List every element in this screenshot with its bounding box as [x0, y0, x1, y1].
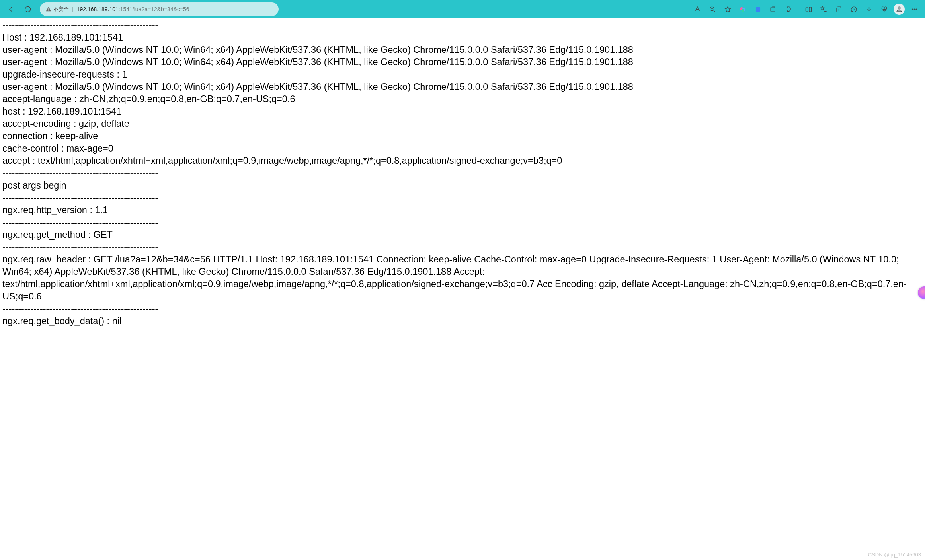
address-bar[interactable]: 不安全 | 192.168.189.101:1541/lua?a=12&b=34…: [40, 2, 279, 16]
read-aloud-button[interactable]: [691, 2, 704, 16]
svg-point-12: [912, 9, 913, 10]
performance-button[interactable]: [877, 2, 891, 16]
split-screen-button[interactable]: [802, 2, 815, 16]
collections-icon: [835, 6, 843, 13]
url-host: 192.168.189.101: [77, 6, 119, 12]
heartbeat-icon: [880, 6, 888, 13]
collections-button[interactable]: [832, 2, 845, 16]
content-line: user-agent : Mozilla/5.0 (Windows NT 10.…: [2, 44, 923, 56]
star-icon: [724, 6, 732, 13]
person-icon: [896, 6, 903, 13]
favorite-button[interactable]: [721, 2, 734, 16]
download-icon: [865, 6, 873, 13]
content-line: ----------------------------------------…: [2, 167, 923, 179]
arrow-left-icon: [7, 5, 15, 13]
zoom-button[interactable]: [706, 2, 719, 16]
more-button[interactable]: [907, 2, 921, 16]
url-path: :1541/lua?a=12&b=34&c=56: [119, 6, 189, 12]
history-button[interactable]: [847, 2, 861, 16]
content-line: accept-language : zh-CN,zh;q=0.9,en;q=0.…: [2, 93, 923, 105]
content-line: host : 192.168.189.101:1541: [2, 105, 923, 118]
star-lines-icon: [820, 6, 827, 13]
content-line: ngx.req.get_body_data() : nil: [2, 315, 923, 327]
warning-triangle-icon: [45, 6, 52, 12]
avatar: [894, 4, 905, 15]
magnifier-plus-icon: [709, 6, 716, 13]
coupon-button[interactable]: [751, 2, 765, 16]
svg-rect-7: [771, 7, 775, 11]
svg-rect-1: [48, 10, 49, 10]
content-line: cache-control : max-age=0: [2, 142, 923, 155]
puzzle-icon: [784, 6, 792, 13]
coupon-icon: [754, 6, 762, 13]
url-text: 192.168.189.101:1541/lua?a=12&b=34&c=56: [77, 6, 189, 12]
content-line: ----------------------------------------…: [2, 19, 923, 31]
more-horizontal-icon: [911, 6, 918, 13]
content-line: ----------------------------------------…: [2, 241, 923, 253]
content-line: post args begin: [2, 179, 923, 192]
screenshot-icon: [769, 6, 777, 13]
extensions-button[interactable]: [781, 2, 795, 16]
read-aloud-icon: [694, 6, 701, 13]
profile-button[interactable]: [892, 2, 906, 16]
content-line: ngx.req.http_version : 1.1: [2, 204, 923, 216]
svg-point-11: [898, 7, 900, 9]
content-line: upgrade-insecure-requests : 1: [2, 68, 923, 81]
split-screen-icon: [805, 6, 812, 13]
content-line: ngx.req.get_method : GET: [2, 229, 923, 241]
copilot-button[interactable]: [736, 2, 749, 16]
content-line: accept : text/html,application/xhtml+xml…: [2, 155, 923, 167]
content-line: user-agent : Mozilla/5.0 (Windows NT 10.…: [2, 56, 923, 68]
back-button[interactable]: [4, 2, 18, 16]
svg-rect-8: [806, 7, 808, 11]
copilot-icon: [739, 6, 747, 13]
content-line: Host : 192.168.189.101:1541: [2, 31, 923, 44]
downloads-button[interactable]: [862, 2, 876, 16]
content-line: ----------------------------------------…: [2, 216, 923, 229]
svg-point-5: [742, 9, 744, 11]
favorites-bar-button[interactable]: [817, 2, 830, 16]
content-line: user-agent : Mozilla/5.0 (Windows NT 10.…: [2, 81, 923, 93]
content-line: ngx.req.raw_header : GET /lua?a=12&b=34&…: [2, 253, 923, 303]
content-line: connection : keep-alive: [2, 130, 923, 142]
not-secure-label: 不安全: [53, 6, 69, 13]
content-line: ----------------------------------------…: [2, 303, 923, 315]
toolbar-divider: [798, 5, 798, 14]
not-secure-indicator[interactable]: 不安全: [45, 6, 69, 13]
watermark: CSDN @qq_15145603: [868, 552, 921, 558]
refresh-button[interactable]: [21, 2, 35, 16]
svg-point-14: [915, 9, 917, 10]
content-line: ----------------------------------------…: [2, 192, 923, 204]
svg-rect-0: [48, 8, 49, 10]
browser-toolbar: 不安全 | 192.168.189.101:1541/lua?a=12&b=34…: [0, 0, 925, 18]
svg-rect-6: [755, 7, 760, 11]
history-icon: [850, 6, 858, 13]
svg-rect-9: [809, 7, 812, 11]
screenshot-button[interactable]: [766, 2, 780, 16]
content-line: accept-encoding : gzip, deflate: [2, 118, 923, 130]
toolbar-right-icons: [691, 2, 921, 16]
refresh-icon: [24, 5, 32, 13]
page-content: ----------------------------------------…: [0, 18, 925, 331]
addrbar-separator: |: [72, 6, 74, 12]
svg-point-13: [914, 9, 915, 10]
